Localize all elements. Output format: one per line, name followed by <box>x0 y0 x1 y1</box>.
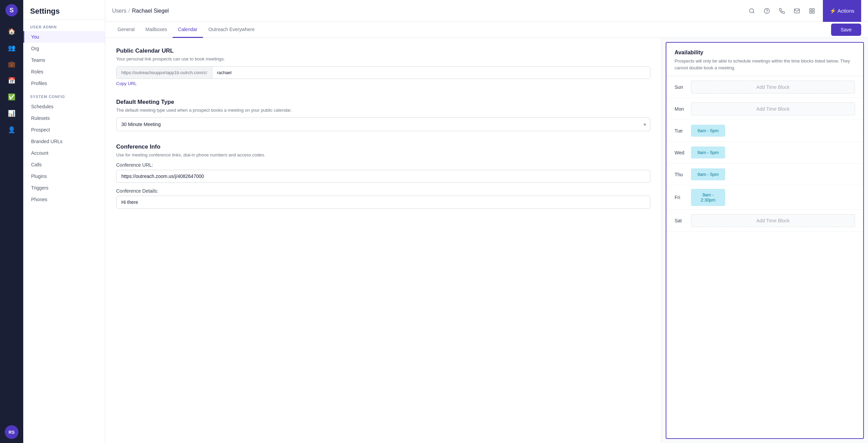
day-label-fri: Fri <box>675 195 691 200</box>
time-block-wed-1[interactable]: 9am - 5pm <box>691 147 725 158</box>
conference-url-input[interactable] <box>116 170 650 183</box>
sidebar-item-phones[interactable]: Phones <box>23 194 105 205</box>
breadcrumb-separator: / <box>128 8 130 14</box>
meeting-type-desc: The default meeting type used when a pro… <box>116 108 650 113</box>
sidebar-item-you[interactable]: You <box>23 31 105 43</box>
nav-tasks-icon[interactable]: ✅ <box>5 90 18 104</box>
availability-panel: Availability Prospects will only be able… <box>666 42 864 439</box>
nav-chart-icon[interactable]: 📊 <box>5 107 18 120</box>
public-url-section: Public Calendar URL Your personal link p… <box>116 47 650 86</box>
sidebar-item-account[interactable]: Account <box>23 147 105 159</box>
day-row-fri: Fri 9am -2:30pm <box>666 185 863 210</box>
search-icon[interactable] <box>745 4 759 18</box>
day-label-wed: Wed <box>675 150 691 155</box>
main-content: Users / Rachael Siegel ⚡ Actions Gener <box>105 0 868 443</box>
day-row-thu: Thu 9am - 5pm <box>666 164 863 185</box>
svg-rect-7 <box>813 11 814 13</box>
help-icon[interactable] <box>760 4 774 18</box>
conference-title: Conference Info <box>116 143 650 150</box>
svg-point-0 <box>750 9 754 13</box>
day-blocks-mon: Add Time Block <box>691 102 855 115</box>
availability-desc: Prospects will only be able to schedule … <box>675 58 855 71</box>
nav-home-icon[interactable]: 🏠 <box>5 25 18 38</box>
nav-rail: S 🏠 👥 💼 📅 ✅ 📊 👤 RS <box>0 0 23 443</box>
tab-calendar[interactable]: Calendar <box>173 22 203 38</box>
day-blocks-fri: 9am -2:30pm <box>691 189 855 206</box>
meeting-type-section: Default Meeting Type The default meeting… <box>116 99 650 131</box>
time-block-fri-1[interactable]: 9am -2:30pm <box>691 189 725 206</box>
sidebar-item-plugins[interactable]: Plugins <box>23 170 105 182</box>
sidebar-item-teams[interactable]: Teams <box>23 54 105 66</box>
svg-rect-6 <box>810 11 812 13</box>
meeting-type-select-wrapper: 30 Minute Meeting 15 Minute Meeting 60 M… <box>116 117 650 131</box>
grid-icon[interactable] <box>805 4 819 18</box>
add-time-block-sun[interactable]: Add Time Block <box>691 81 855 94</box>
nav-user-icon[interactable]: 👤 <box>5 123 18 137</box>
day-row-tue: Tue 9am - 5pm <box>666 120 863 142</box>
day-blocks-wed: 9am - 5pm <box>691 147 855 158</box>
day-row-sat: Sat Add Time Block <box>666 210 863 232</box>
sidebar-item-rulesets[interactable]: Rulesets <box>23 112 105 124</box>
day-label-tue: Tue <box>675 128 691 134</box>
top-header: Users / Rachael Siegel ⚡ Actions <box>105 0 868 22</box>
header-icons: ⚡ Actions <box>745 0 861 22</box>
day-blocks-sat: Add Time Block <box>691 214 855 227</box>
conference-details-label: Conference Details: <box>116 188 650 194</box>
conference-details-input[interactable] <box>116 196 650 209</box>
sidebar-item-branded-urls[interactable]: Branded URLs <box>23 136 105 147</box>
url-input-group: https://outreachsupportapp1b.outrch.com/… <box>116 66 650 79</box>
logo-text: S <box>10 7 14 14</box>
meeting-type-title: Default Meeting Type <box>116 99 650 106</box>
save-button[interactable]: Save <box>831 24 861 36</box>
sidebar-item-profiles[interactable]: Profiles <box>23 78 105 89</box>
svg-rect-5 <box>813 9 814 10</box>
breadcrumb-users-link[interactable]: Users <box>112 8 126 14</box>
sidebar-title: Settings <box>23 0 105 19</box>
svg-rect-3 <box>795 9 800 13</box>
url-suffix-input[interactable] <box>212 67 650 79</box>
public-url-desc: Your personal link prospects can use to … <box>116 56 650 61</box>
actions-button[interactable]: ⚡ Actions <box>823 0 861 22</box>
sidebar-item-calls[interactable]: Calls <box>23 159 105 170</box>
left-panel: Public Calendar URL Your personal link p… <box>105 38 662 443</box>
system-config-label: SYSTEM CONFIG <box>23 89 105 101</box>
meeting-type-select[interactable]: 30 Minute Meeting 15 Minute Meeting 60 M… <box>116 117 650 131</box>
content-area: Public Calendar URL Your personal link p… <box>105 38 868 443</box>
tab-mailboxes[interactable]: Mailboxes <box>140 22 173 38</box>
time-block-thu-1[interactable]: 9am - 5pm <box>691 168 725 180</box>
day-label-mon: Mon <box>675 106 691 112</box>
day-row-wed: Wed 9am - 5pm <box>666 142 863 164</box>
nav-briefcase-icon[interactable]: 💼 <box>5 57 18 71</box>
tab-bar: General Mailboxes Calendar Outreach Ever… <box>105 22 868 38</box>
sidebar-item-roles[interactable]: Roles <box>23 66 105 78</box>
phone-icon[interactable] <box>775 4 789 18</box>
nav-calendar-icon[interactable]: 📅 <box>5 74 18 87</box>
time-block-tue-1[interactable]: 9am - 5pm <box>691 125 725 137</box>
sidebar-item-triggers[interactable]: Triggers <box>23 182 105 194</box>
conference-desc: Use for meeting conference links, dial-i… <box>116 152 650 157</box>
user-admin-label: USER ADMIN <box>23 19 105 31</box>
add-time-block-sat[interactable]: Add Time Block <box>691 214 855 227</box>
public-url-title: Public Calendar URL <box>116 47 650 54</box>
day-row-mon: Mon Add Time Block <box>666 98 863 120</box>
day-blocks-sun: Add Time Block <box>691 81 855 94</box>
sidebar-item-schedules[interactable]: Schedules <box>23 101 105 112</box>
add-time-block-mon[interactable]: Add Time Block <box>691 102 855 115</box>
tab-outreach-everywhere[interactable]: Outreach Everywhere <box>203 22 260 38</box>
conference-url-label: Conference URL: <box>116 162 650 168</box>
sidebar-item-org[interactable]: Org <box>23 43 105 54</box>
sidebar: Settings USER ADMIN You Org Teams Roles … <box>23 0 105 443</box>
avatar[interactable]: RS <box>5 425 18 439</box>
sidebar-item-prospect[interactable]: Prospect <box>23 124 105 136</box>
tab-general[interactable]: General <box>112 22 140 38</box>
day-row-sun: Sun Add Time Block <box>666 76 863 98</box>
app-logo[interactable]: S <box>5 4 18 16</box>
mail-icon[interactable] <box>790 4 804 18</box>
availability-title: Availability <box>675 50 855 56</box>
breadcrumb: Users / Rachael Siegel <box>112 8 169 14</box>
url-prefix: https://outreachsupportapp1b.outrch.com/… <box>117 67 212 79</box>
copy-url-link[interactable]: Copy URL <box>116 81 137 86</box>
conference-section: Conference Info Use for meeting conferen… <box>116 143 650 209</box>
nav-people-icon[interactable]: 👥 <box>5 41 18 55</box>
day-label-sat: Sat <box>675 218 691 223</box>
